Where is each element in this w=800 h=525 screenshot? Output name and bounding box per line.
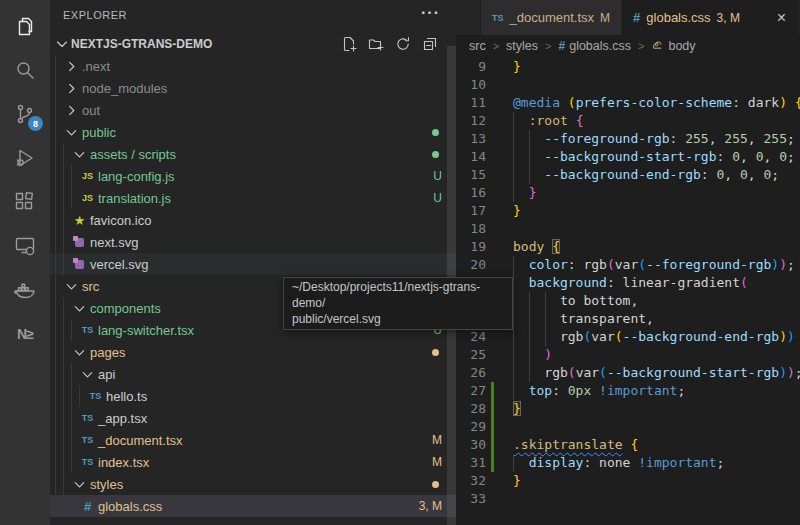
tree-item-assets-scripts[interactable]: assets / scripts — [50, 143, 456, 165]
code-line-19: 19body { — [456, 238, 800, 256]
source-control-badge: 8 — [28, 116, 43, 131]
more-actions-icon[interactable]: ··· — [421, 9, 440, 17]
tab-git-badge: M — [600, 11, 610, 25]
tab-globals-css[interactable]: #globals.css3, M× — [622, 0, 800, 35]
tree-item-document-tsx[interactable]: TS_document.tsxM — [50, 429, 456, 451]
close-icon[interactable]: × — [775, 10, 788, 26]
tree-item-label: styles — [90, 477, 123, 492]
breadcrumb-item-src[interactable]: src — [469, 39, 486, 53]
tree-item-label: api — [98, 367, 115, 382]
tree-item-vercel-svg[interactable]: vercel.svg — [50, 253, 456, 275]
breadcrumb-item-styles[interactable]: styles — [506, 39, 538, 53]
ts-file-icon: TS — [82, 325, 94, 335]
tree-item-styles[interactable]: styles — [50, 473, 456, 495]
tree-indent-guide — [55, 231, 63, 253]
breadcrumb-label: globals.css — [569, 39, 631, 53]
tree-indent-guide — [63, 253, 71, 275]
tree-indent-guide — [55, 451, 63, 473]
extensions-icon[interactable] — [0, 180, 50, 224]
ts-file-icon: TS — [90, 391, 102, 401]
tooltip-line1: ~/Desktop/projects11/nextjs-gtrans-demo/ — [292, 279, 504, 311]
tree-item-index-tsx[interactable]: TSindex.tsxM — [50, 451, 456, 473]
tree-item-node-modules[interactable]: node_modules — [50, 77, 456, 99]
tree-item-pages[interactable]: pages — [50, 341, 456, 363]
ts-file-icon: TS — [82, 413, 94, 423]
tree-item-hello-ts[interactable]: TShello.ts — [50, 385, 456, 407]
tree-indent-guide — [71, 363, 79, 385]
tree-item-public[interactable]: public — [50, 121, 456, 143]
chevron-down-icon — [63, 121, 80, 143]
code-line-12: 12 :root { — [456, 112, 800, 130]
svg-file-icon — [75, 238, 84, 247]
tree-indent-guide — [55, 55, 63, 77]
chevron-right-icon — [63, 99, 80, 121]
tree-indent-guide — [55, 407, 63, 429]
tree-indent-guide — [55, 209, 63, 231]
tree-indent-guide — [55, 341, 63, 363]
ts-file-icon: TS — [82, 457, 94, 467]
tree-item-globals-css[interactable]: #globals.css3, M — [50, 495, 456, 517]
indent-guide — [513, 454, 514, 472]
ts-file-icon: TS — [492, 13, 504, 23]
search-icon[interactable] — [0, 48, 50, 92]
tree-indent-guide — [71, 319, 79, 341]
git-status-badge: M — [432, 433, 442, 447]
sidebar-title: EXPLORER — [63, 9, 421, 21]
git-status-dot — [432, 349, 439, 356]
breadcrumb-separator: > — [493, 40, 499, 52]
docker-icon[interactable] — [0, 268, 50, 312]
project-root-folder[interactable]: NEXTJS-GTRANS-DEMO — [50, 33, 456, 55]
tree-item-next-svg[interactable]: next.svg — [50, 231, 456, 253]
breadcrumb-item-body[interactable]: body — [651, 38, 695, 54]
tree-indent-guide — [71, 429, 79, 451]
breadcrumb-label: src — [469, 39, 486, 53]
line-number: 30 — [456, 436, 486, 454]
indent-guide — [529, 292, 530, 382]
tree-indent-guide — [79, 385, 87, 407]
code-line-26: 26 rgb(var(--background-start-rgb)); — [456, 364, 800, 382]
tree-item-lang-config-js[interactable]: JSlang-config.jsU — [50, 165, 456, 187]
tree-item-translation-js[interactable]: JStranslation.jsU — [50, 187, 456, 209]
indent-guide — [513, 256, 514, 400]
remote-explorer-icon[interactable] — [0, 224, 50, 268]
tree-item-api[interactable]: api — [50, 363, 456, 385]
tree-indent-guide — [71, 385, 79, 407]
path-tooltip: ~/Desktop/projects11/nextjs-gtrans-demo/… — [283, 277, 513, 330]
collapse-folders-icon[interactable] — [422, 36, 438, 52]
new-file-icon[interactable] — [341, 36, 357, 52]
git-status-dot — [432, 481, 439, 488]
line-number: 18 — [456, 220, 486, 238]
tree-indent-guide — [63, 187, 71, 209]
explorer-icon[interactable] — [0, 4, 50, 48]
line-number: 33 — [456, 490, 486, 508]
added-lines-gutter-indicator — [491, 382, 494, 472]
tree-item-app-tsx[interactable]: TS_app.tsx — [50, 407, 456, 429]
tab-bar: TS_document.tsxM#globals.css3, M× — [456, 0, 800, 35]
tree-item-out[interactable]: out — [50, 99, 456, 121]
nx-console-icon[interactable]: N≥ — [0, 312, 50, 356]
source-control-icon[interactable]: 8 — [0, 92, 50, 136]
tree-indent-guide — [55, 297, 63, 319]
tree-item-next[interactable]: .next — [50, 55, 456, 77]
tree-item-favicon-ico[interactable]: ★favicon.ico — [50, 209, 456, 231]
tree-item-label: assets / scripts — [90, 147, 176, 162]
tree-indent-guide — [63, 319, 71, 341]
tree-indent-guide — [55, 187, 63, 209]
breadcrumb-item-globals-css[interactable]: #globals.css — [559, 39, 632, 53]
tab-label: _document.tsx — [510, 10, 595, 25]
new-folder-icon[interactable] — [368, 36, 384, 52]
tab-document-tsx[interactable]: TS_document.tsxM — [481, 0, 622, 35]
run-debug-icon[interactable] — [0, 136, 50, 180]
code-line-14: 14 --background-start-rgb: 0, 0, 0; — [456, 148, 800, 166]
chevron-right-icon — [63, 55, 80, 77]
tab-bar-leading-space — [456, 0, 481, 35]
chevron-down-icon — [63, 275, 80, 297]
code-line-24: 24 rgb(var(--background-end-rgb)) — [456, 328, 800, 346]
refresh-explorer-icon[interactable] — [395, 36, 411, 52]
tab-label: globals.css — [646, 10, 710, 25]
line-number: 19 — [456, 238, 486, 256]
tree-indent-guide — [63, 209, 71, 231]
js-file-icon: JS — [82, 171, 93, 181]
chevron-down-icon — [54, 36, 70, 52]
chevron-down-icon — [71, 341, 88, 363]
